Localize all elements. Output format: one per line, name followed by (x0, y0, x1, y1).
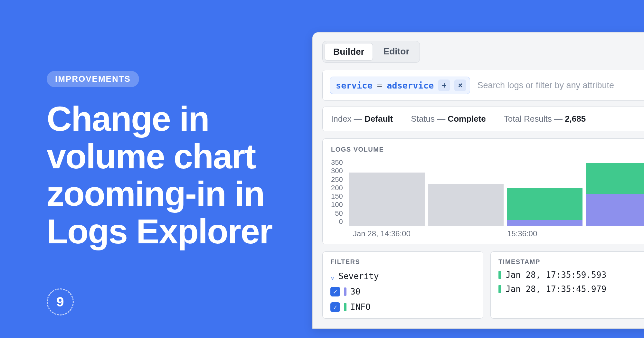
chip-remove-button[interactable]: × (454, 80, 466, 91)
timestamp-value: Jan 28, 17:35:59.593 (506, 270, 606, 280)
chip-op: = (377, 80, 382, 90)
checkbox-checked-icon[interactable]: ✓ (330, 302, 340, 312)
logs-volume-chart-card: LOGS VOLUME 350300250200150100500 Jan 28… (322, 138, 644, 244)
filter-item-label: 30 (350, 287, 360, 296)
y-tick: 50 (335, 209, 343, 218)
timestamp-title: TIMESTAMP (498, 258, 644, 266)
timestamp-value: Jan 28, 17:35:45.979 (506, 284, 606, 294)
severity-color-swatch (344, 303, 346, 311)
y-axis: 350300250200150100500 (331, 158, 344, 226)
run-status: Status — Complete (411, 114, 486, 124)
query-bar: service = adservice + × Search logs or f… (322, 70, 644, 101)
mode-tabs: Builder Editor (322, 41, 420, 63)
filter-item[interactable]: ✓INFO (330, 302, 475, 312)
results-status: Total Results — 2,685 (504, 114, 586, 124)
filter-item[interactable]: ✓30 (330, 287, 475, 296)
tab-editor[interactable]: Editor (375, 43, 418, 61)
x-axis: Jan 28, 14:36:0015:36:00 (353, 226, 644, 238)
severity-color-swatch (498, 285, 501, 293)
volume-bar[interactable] (428, 184, 504, 226)
y-tick: 150 (331, 192, 343, 201)
chevron-down-icon: ⌄ (330, 272, 335, 280)
chip-key: service (336, 80, 373, 90)
y-tick: 300 (331, 167, 343, 175)
chip-value: adservice (387, 80, 434, 90)
chart-title: LOGS VOLUME (331, 146, 644, 153)
search-input[interactable]: Search logs or filter by any attribute (477, 80, 644, 90)
log-row[interactable]: Jan 28, 17:35:59.593 (498, 270, 644, 280)
bar-segment-purple (507, 220, 582, 226)
filter-item-label: INFO (350, 302, 371, 312)
headline: Change in volume chart zooming-in in Log… (47, 100, 312, 250)
severity-label: Severity (338, 271, 379, 281)
filters-card: FILTERS ⌄ Severity ✓30✓INFO (322, 251, 483, 319)
filter-chip-service[interactable]: service = adservice + × (330, 77, 470, 94)
bar-segment-purple (586, 194, 644, 226)
log-row[interactable]: Jan 28, 17:35:45.979 (498, 284, 644, 294)
index-status: Index — Default (331, 114, 393, 124)
chip-add-button[interactable]: + (438, 80, 450, 91)
x-tick: Jan 28, 14:36:00 (353, 229, 411, 238)
logs-explorer-panel: Builder Editor service = adservice + × S… (312, 32, 644, 329)
bar-segment-green (507, 188, 582, 220)
brand-9-icon: 9 (47, 288, 74, 315)
y-tick: 200 (331, 184, 343, 192)
checkbox-checked-icon[interactable]: ✓ (330, 287, 340, 296)
volume-bar[interactable] (586, 163, 644, 226)
filters-title: FILTERS (330, 258, 475, 266)
improvements-badge: IMPROVEMENTS (47, 71, 139, 87)
y-tick: 100 (331, 201, 343, 209)
x-tick: 15:36:00 (507, 229, 537, 238)
severity-group-toggle[interactable]: ⌄ Severity (330, 271, 475, 281)
status-bar: Index — Default Status — Complete Total … (322, 107, 644, 131)
timestamp-card: TIMESTAMP Jan 28, 17:35:59.593Jan 28, 17… (490, 251, 644, 319)
severity-color-swatch (344, 287, 346, 296)
tab-builder[interactable]: Builder (325, 43, 373, 61)
bottom-row: FILTERS ⌄ Severity ✓30✓INFO TIMESTAMP Ja… (322, 251, 644, 319)
y-tick: 350 (331, 158, 343, 167)
y-tick: 250 (331, 175, 343, 184)
hero-pane: IMPROVEMENTS Change in volume chart zoom… (0, 0, 312, 338)
bar-segment-grey (349, 173, 425, 226)
volume-bar[interactable] (349, 173, 425, 226)
chart-area[interactable]: 350300250200150100500 (331, 158, 644, 226)
bar-segment-green (586, 163, 644, 194)
chart-plot[interactable] (349, 158, 644, 226)
severity-color-swatch (498, 271, 501, 279)
app-panel-wrap: Builder Editor service = adservice + × S… (312, 0, 644, 338)
volume-bar[interactable] (507, 188, 582, 226)
y-tick: 0 (339, 218, 343, 226)
bar-segment-grey (428, 184, 504, 226)
